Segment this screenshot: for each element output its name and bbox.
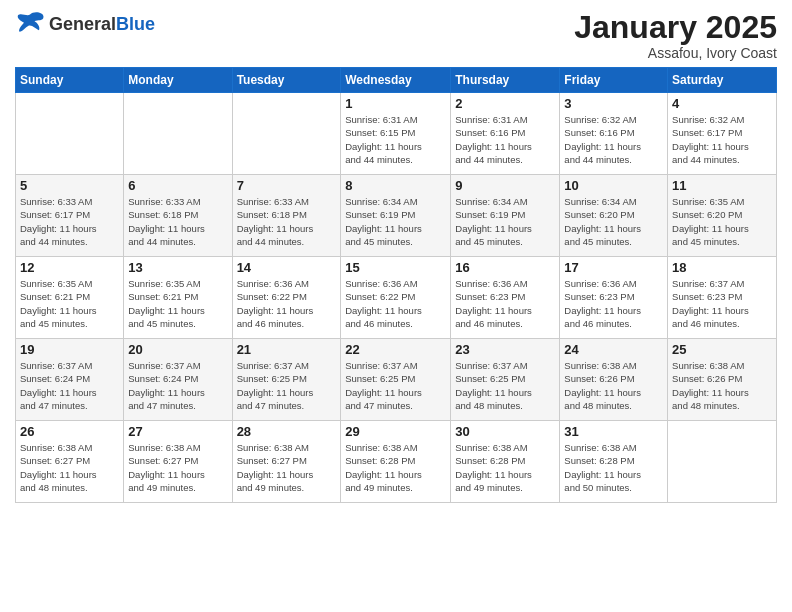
day-number: 17 [564,260,663,275]
calendar-cell: 6Sunrise: 6:33 AMSunset: 6:18 PMDaylight… [124,175,232,257]
calendar-table: SundayMondayTuesdayWednesdayThursdayFrid… [15,67,777,503]
calendar-cell: 16Sunrise: 6:36 AMSunset: 6:23 PMDayligh… [451,257,560,339]
calendar-cell: 22Sunrise: 6:37 AMSunset: 6:25 PMDayligh… [341,339,451,421]
day-number: 27 [128,424,227,439]
day-number: 28 [237,424,337,439]
day-info: Sunrise: 6:33 AMSunset: 6:18 PMDaylight:… [128,195,227,248]
calendar-cell: 28Sunrise: 6:38 AMSunset: 6:27 PMDayligh… [232,421,341,503]
calendar-cell: 5Sunrise: 6:33 AMSunset: 6:17 PMDaylight… [16,175,124,257]
calendar-cell: 15Sunrise: 6:36 AMSunset: 6:22 PMDayligh… [341,257,451,339]
day-info: Sunrise: 6:36 AMSunset: 6:22 PMDaylight:… [237,277,337,330]
day-number: 9 [455,178,555,193]
day-info: Sunrise: 6:38 AMSunset: 6:27 PMDaylight:… [237,441,337,494]
calendar-cell: 8Sunrise: 6:34 AMSunset: 6:19 PMDaylight… [341,175,451,257]
weekday-header: Friday [560,68,668,93]
calendar-cell: 29Sunrise: 6:38 AMSunset: 6:28 PMDayligh… [341,421,451,503]
day-info: Sunrise: 6:36 AMSunset: 6:22 PMDaylight:… [345,277,446,330]
calendar-cell [16,93,124,175]
calendar-cell [124,93,232,175]
day-number: 19 [20,342,119,357]
month-title: January 2025 [574,10,777,45]
title-area: January 2025 Assafou, Ivory Coast [574,10,777,61]
day-info: Sunrise: 6:35 AMSunset: 6:21 PMDaylight:… [128,277,227,330]
day-info: Sunrise: 6:35 AMSunset: 6:20 PMDaylight:… [672,195,772,248]
day-number: 1 [345,96,446,111]
calendar-cell: 3Sunrise: 6:32 AMSunset: 6:16 PMDaylight… [560,93,668,175]
calendar-cell: 25Sunrise: 6:38 AMSunset: 6:26 PMDayligh… [668,339,777,421]
day-info: Sunrise: 6:37 AMSunset: 6:24 PMDaylight:… [128,359,227,412]
logo-general-text: General [49,15,116,33]
calendar-cell: 14Sunrise: 6:36 AMSunset: 6:22 PMDayligh… [232,257,341,339]
calendar-cell: 31Sunrise: 6:38 AMSunset: 6:28 PMDayligh… [560,421,668,503]
day-number: 29 [345,424,446,439]
calendar-cell [232,93,341,175]
day-info: Sunrise: 6:38 AMSunset: 6:27 PMDaylight:… [20,441,119,494]
day-info: Sunrise: 6:33 AMSunset: 6:17 PMDaylight:… [20,195,119,248]
day-info: Sunrise: 6:38 AMSunset: 6:28 PMDaylight:… [564,441,663,494]
day-number: 2 [455,96,555,111]
day-number: 3 [564,96,663,111]
weekday-header: Monday [124,68,232,93]
day-number: 5 [20,178,119,193]
day-info: Sunrise: 6:33 AMSunset: 6:18 PMDaylight:… [237,195,337,248]
calendar-cell: 21Sunrise: 6:37 AMSunset: 6:25 PMDayligh… [232,339,341,421]
day-info: Sunrise: 6:38 AMSunset: 6:28 PMDaylight:… [455,441,555,494]
calendar-cell: 26Sunrise: 6:38 AMSunset: 6:27 PMDayligh… [16,421,124,503]
day-info: Sunrise: 6:38 AMSunset: 6:27 PMDaylight:… [128,441,227,494]
day-number: 18 [672,260,772,275]
calendar-cell: 7Sunrise: 6:33 AMSunset: 6:18 PMDaylight… [232,175,341,257]
day-number: 25 [672,342,772,357]
logo: General Blue [15,10,155,38]
calendar-cell [668,421,777,503]
day-number: 10 [564,178,663,193]
day-info: Sunrise: 6:35 AMSunset: 6:21 PMDaylight:… [20,277,119,330]
calendar-cell: 18Sunrise: 6:37 AMSunset: 6:23 PMDayligh… [668,257,777,339]
day-info: Sunrise: 6:34 AMSunset: 6:20 PMDaylight:… [564,195,663,248]
day-number: 26 [20,424,119,439]
calendar-cell: 17Sunrise: 6:36 AMSunset: 6:23 PMDayligh… [560,257,668,339]
day-number: 13 [128,260,227,275]
day-number: 15 [345,260,446,275]
calendar-cell: 23Sunrise: 6:37 AMSunset: 6:25 PMDayligh… [451,339,560,421]
day-number: 24 [564,342,663,357]
weekday-header: Thursday [451,68,560,93]
logo-bird-icon [15,10,45,34]
day-info: Sunrise: 6:32 AMSunset: 6:17 PMDaylight:… [672,113,772,166]
day-number: 4 [672,96,772,111]
calendar-cell: 11Sunrise: 6:35 AMSunset: 6:20 PMDayligh… [668,175,777,257]
day-info: Sunrise: 6:37 AMSunset: 6:23 PMDaylight:… [672,277,772,330]
calendar-cell: 13Sunrise: 6:35 AMSunset: 6:21 PMDayligh… [124,257,232,339]
day-number: 6 [128,178,227,193]
calendar-cell: 10Sunrise: 6:34 AMSunset: 6:20 PMDayligh… [560,175,668,257]
day-info: Sunrise: 6:38 AMSunset: 6:26 PMDaylight:… [672,359,772,412]
page-header: General Blue January 2025 Assafou, Ivory… [15,10,777,61]
day-info: Sunrise: 6:38 AMSunset: 6:26 PMDaylight:… [564,359,663,412]
day-number: 14 [237,260,337,275]
weekday-header: Saturday [668,68,777,93]
day-info: Sunrise: 6:38 AMSunset: 6:28 PMDaylight:… [345,441,446,494]
day-info: Sunrise: 6:31 AMSunset: 6:16 PMDaylight:… [455,113,555,166]
weekday-header: Tuesday [232,68,341,93]
day-info: Sunrise: 6:37 AMSunset: 6:24 PMDaylight:… [20,359,119,412]
calendar-cell: 27Sunrise: 6:38 AMSunset: 6:27 PMDayligh… [124,421,232,503]
day-number: 16 [455,260,555,275]
location-title: Assafou, Ivory Coast [574,45,777,61]
day-info: Sunrise: 6:32 AMSunset: 6:16 PMDaylight:… [564,113,663,166]
calendar-cell: 1Sunrise: 6:31 AMSunset: 6:15 PMDaylight… [341,93,451,175]
calendar-cell: 2Sunrise: 6:31 AMSunset: 6:16 PMDaylight… [451,93,560,175]
calendar-cell: 9Sunrise: 6:34 AMSunset: 6:19 PMDaylight… [451,175,560,257]
day-info: Sunrise: 6:31 AMSunset: 6:15 PMDaylight:… [345,113,446,166]
logo-blue-text: Blue [116,15,155,33]
day-number: 12 [20,260,119,275]
calendar-cell: 4Sunrise: 6:32 AMSunset: 6:17 PMDaylight… [668,93,777,175]
day-info: Sunrise: 6:37 AMSunset: 6:25 PMDaylight:… [455,359,555,412]
calendar-cell: 30Sunrise: 6:38 AMSunset: 6:28 PMDayligh… [451,421,560,503]
day-info: Sunrise: 6:36 AMSunset: 6:23 PMDaylight:… [455,277,555,330]
day-info: Sunrise: 6:36 AMSunset: 6:23 PMDaylight:… [564,277,663,330]
calendar-cell: 24Sunrise: 6:38 AMSunset: 6:26 PMDayligh… [560,339,668,421]
calendar-cell: 12Sunrise: 6:35 AMSunset: 6:21 PMDayligh… [16,257,124,339]
day-info: Sunrise: 6:37 AMSunset: 6:25 PMDaylight:… [237,359,337,412]
day-info: Sunrise: 6:34 AMSunset: 6:19 PMDaylight:… [345,195,446,248]
day-number: 7 [237,178,337,193]
day-number: 20 [128,342,227,357]
